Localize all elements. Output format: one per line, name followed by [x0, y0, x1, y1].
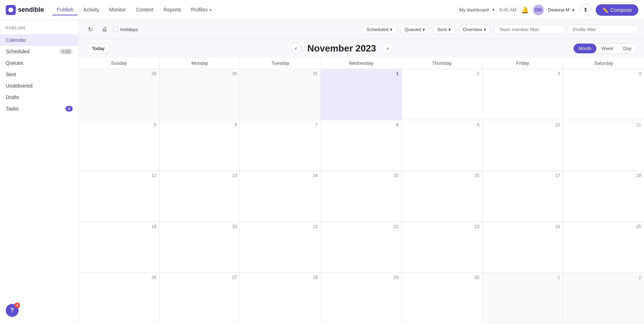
calendar-nav: ‹ November 2023 ›	[290, 43, 393, 54]
calendar-cell[interactable]: 3	[483, 69, 564, 120]
calendar-cell[interactable]: 29	[321, 273, 402, 324]
sidebar-item-queues[interactable]: Queues	[0, 57, 78, 69]
help-icon: ?	[10, 307, 14, 314]
calendar-cell[interactable]: 1	[321, 69, 402, 120]
refresh-button[interactable]: ↻	[84, 24, 96, 35]
calendar-cell[interactable]: 5	[79, 120, 160, 171]
calendar-cell[interactable]: 7	[240, 120, 321, 171]
upload-button[interactable]: ⬆	[579, 4, 591, 16]
nav-content[interactable]: Content	[132, 5, 158, 15]
calendar-cell[interactable]: 15	[321, 171, 402, 222]
calendar-cell[interactable]: 24	[483, 222, 564, 273]
calendar-week-4: 19202122232425	[79, 222, 644, 273]
holiday-toggle[interactable]: Holidays	[113, 27, 138, 32]
content-area: ↻ 🖨 Holidays Scheduled ▾ Queued ▾ Sent	[79, 20, 644, 324]
calendar-cell[interactable]: 2	[402, 69, 483, 120]
calendar-cell[interactable]: 17	[483, 171, 564, 222]
print-button[interactable]: 🖨	[99, 24, 110, 35]
queued-chevron-icon: ▾	[423, 27, 425, 32]
notification-bell-icon[interactable]: 🔔	[521, 6, 529, 14]
user-name[interactable]: Deanna M ▼	[548, 7, 575, 13]
sidebar-item-calendar[interactable]: Calendar	[0, 34, 78, 46]
date-number: 24	[486, 224, 560, 229]
help-button[interactable]: ? 4	[6, 304, 19, 317]
calendar-cell[interactable]: 23	[402, 222, 483, 273]
scheduled-filter-button[interactable]: Scheduled ▾	[362, 25, 397, 34]
calendar-cell[interactable]: 10	[483, 120, 564, 171]
date-number: 27	[162, 275, 237, 280]
calendar-cell[interactable]: 21	[240, 222, 321, 273]
compose-button[interactable]: ✏️ Compose	[596, 4, 638, 16]
scheduled-chevron-icon: ▾	[390, 27, 392, 32]
help-badge: 4	[14, 303, 20, 308]
calendar-cell[interactable]: 11	[563, 120, 644, 171]
calendar-cell[interactable]: 31	[240, 69, 321, 120]
next-month-button[interactable]: ›	[382, 43, 393, 54]
calendar-cell[interactable]: 18	[563, 171, 644, 222]
date-number: 3	[486, 71, 560, 76]
svg-point-0	[8, 8, 13, 13]
month-view-button[interactable]: Month	[574, 44, 596, 53]
date-number: 20	[162, 224, 237, 229]
profile-filter-input[interactable]	[567, 25, 638, 34]
calendar-cell[interactable]: 13	[160, 171, 240, 222]
team-member-filter-input[interactable]	[494, 25, 565, 34]
calendar-cell[interactable]: 6	[160, 120, 240, 171]
date-number: 31	[243, 71, 318, 76]
sidebar-item-tasks[interactable]: Tasks 0	[0, 103, 78, 114]
calendar-cell[interactable]: 26	[79, 273, 160, 324]
logo[interactable]: sendible	[6, 5, 44, 15]
calendar-cell[interactable]: 16	[402, 171, 483, 222]
date-number: 18	[566, 173, 641, 178]
calendar-cell[interactable]: 20	[160, 222, 240, 273]
week-view-button[interactable]: Week	[596, 44, 618, 53]
compose-pencil-icon: ✏️	[602, 7, 608, 13]
topbar-left: sendible Publish Activity Monitor Conten…	[6, 5, 216, 15]
calendar-cell[interactable]: 25	[563, 222, 644, 273]
calendar-cell[interactable]: 8	[321, 120, 402, 171]
day-name-friday: Friday	[483, 58, 564, 69]
calendar-cell[interactable]: 19	[79, 222, 160, 273]
calendar-cell[interactable]: 30	[160, 69, 240, 120]
calendar-cell[interactable]: 22	[321, 222, 402, 273]
nav-publish[interactable]: Publish	[53, 5, 78, 15]
date-number: 29	[324, 275, 399, 280]
nav-profiles[interactable]: Profiles +	[187, 5, 216, 15]
sidebar-item-scheduled[interactable]: Scheduled 0 (0)	[0, 46, 78, 57]
avatar: DM	[533, 5, 544, 15]
calendar-cell[interactable]: 28	[240, 273, 321, 324]
calendar-cell[interactable]: 14	[240, 171, 321, 222]
date-number: 30	[162, 71, 237, 76]
calendar-cell[interactable]: 12	[79, 171, 160, 222]
calendar-cell[interactable]: 30	[402, 273, 483, 324]
date-number: 12	[82, 173, 156, 178]
day-view-button[interactable]: Day	[618, 44, 636, 53]
date-number: 4	[566, 71, 641, 76]
date-number: 1	[324, 71, 399, 76]
calendar-cell[interactable]: 4	[563, 69, 644, 120]
sidebar-label-queues: Queues	[6, 60, 23, 66]
prev-month-button[interactable]: ‹	[290, 43, 302, 54]
today-button[interactable]: Today	[86, 43, 111, 54]
sent-filter-button[interactable]: Sent ▾	[433, 25, 455, 34]
calendar-cell[interactable]: 9	[402, 120, 483, 171]
sidebar-item-sent[interactable]: Sent	[0, 69, 78, 80]
sidebar-item-undelivered[interactable]: Undelivered	[0, 80, 78, 92]
holiday-checkbox[interactable]	[113, 27, 118, 32]
calendar-cell[interactable]: 27	[160, 273, 240, 324]
main-nav: Publish Activity Monitor Content Reports…	[53, 5, 216, 15]
nav-monitor[interactable]: Monitor	[105, 5, 130, 15]
date-number: 21	[243, 224, 318, 229]
sidebar-item-drafts[interactable]: Drafts	[0, 92, 78, 103]
dashboard-button[interactable]: My dashboard ▼	[459, 7, 495, 13]
calendar-cell[interactable]: 2	[563, 273, 644, 324]
overview-filter-button[interactable]: Overview ▾	[458, 25, 491, 34]
queued-filter-button[interactable]: Queued ▾	[400, 25, 430, 34]
nav-activity[interactable]: Activity	[79, 5, 103, 15]
calendar-cell[interactable]: 1	[483, 273, 564, 324]
date-number: 2	[405, 71, 479, 76]
nav-reports[interactable]: Reports	[159, 5, 185, 15]
date-number: 15	[324, 173, 399, 178]
calendar-cell[interactable]: 29	[79, 69, 160, 120]
calendar-title: November 2023	[307, 43, 376, 54]
